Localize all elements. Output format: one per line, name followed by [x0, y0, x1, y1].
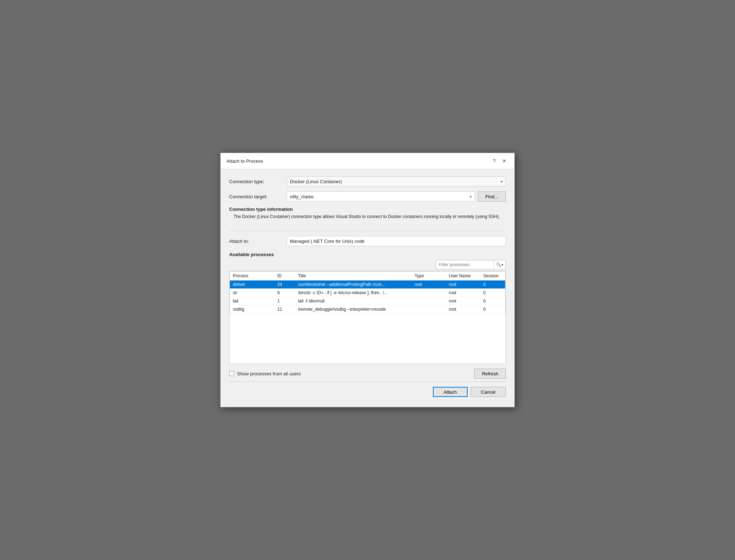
help-button[interactable]: ? — [490, 157, 499, 165]
cell-type — [412, 305, 446, 314]
filter-search-button[interactable]: 🔍 ▾ — [494, 260, 505, 269]
bottom-bar: Show processes from all users Refresh — [229, 364, 506, 380]
table-row[interactable]: vsdbg11/remote_debugger/vsdbg --interpre… — [230, 305, 505, 314]
cell-title: /usr/bin/dotnet --additionalProbingPath … — [295, 281, 412, 289]
col-header-process: Process — [230, 272, 274, 281]
close-button[interactable]: ✕ — [500, 157, 509, 165]
cell-user_name: root — [446, 305, 480, 314]
connection-target-row: Connection target: nifty_clarke ▾ Find..… — [229, 191, 506, 202]
title-bar: Attach to Process ? ✕ — [221, 153, 514, 169]
separator-1 — [229, 231, 506, 231]
dialog-body: Connection type: Docker (Linux Container… — [221, 169, 514, 407]
cell-title: tail -f /dev/null — [295, 297, 412, 305]
show-all-checkbox[interactable] — [229, 371, 234, 376]
cell-id: 24 — [274, 281, 295, 289]
filter-processes-input[interactable] — [436, 262, 494, 267]
process-table-container: Process ID Title Type User Name Session … — [229, 271, 506, 364]
available-processes-title: Available processes — [229, 252, 506, 257]
table-row[interactable]: dotnet24/usr/bin/dotnet --additionalProb… — [230, 281, 505, 289]
cell-session: 0 — [480, 281, 505, 289]
cell-session: 0 — [480, 305, 505, 314]
attach-to-field: Managed (.NET Core for Unix) code — [287, 236, 506, 246]
cell-process: tail — [230, 297, 274, 305]
cell-user_name: root — [446, 297, 480, 305]
connection-type-row: Connection type: Docker (Linux Container… — [229, 176, 506, 186]
find-button[interactable]: Find... — [478, 191, 506, 202]
cell-user_name: root — [446, 289, 480, 297]
table-row[interactable]: tail1tail -f /dev/nullroot0 — [230, 297, 505, 305]
cell-id: 6 — [274, 289, 295, 297]
cell-process: dotnet — [230, 281, 274, 289]
col-header-title: Title — [295, 272, 412, 281]
info-title: Connection type information — [229, 207, 506, 212]
table-row[interactable]: sh6/bin/sh -c ID=.; if [ -e /etc/os-rele… — [230, 289, 505, 297]
col-header-id: ID — [274, 272, 295, 281]
cell-type — [412, 297, 446, 305]
cell-process: vsdbg — [230, 305, 274, 314]
col-header-session: Session — [480, 272, 505, 281]
info-text: The Docker (Linux Container) connection … — [229, 213, 506, 220]
connection-target-dropdown[interactable]: nifty_clarke ▾ — [287, 191, 475, 202]
dialog-title: Attach to Process — [226, 158, 263, 164]
table-header-row: Process ID Title Type User Name Session — [230, 272, 505, 281]
process-table-header: Process ID Title Type User Name Session — [230, 272, 505, 281]
attach-button[interactable]: Attach — [433, 387, 468, 397]
filter-dropdown-arrow: ▾ — [501, 263, 503, 267]
chevron-down-icon: ▾ — [501, 180, 503, 184]
action-buttons: Attach Cancel — [229, 381, 506, 400]
connection-target-control-wrap: nifty_clarke ▾ Find... — [287, 191, 506, 202]
cell-session: 0 — [480, 289, 505, 297]
connection-type-value: Docker (Linux Container) — [290, 179, 342, 184]
connection-type-dropdown[interactable]: Docker (Linux Container) ▾ — [287, 176, 506, 186]
show-all-label: Show processes from all users — [237, 371, 301, 376]
attach-to-process-dialog: Attach to Process ? ✕ Connection type: D… — [220, 153, 515, 407]
cell-user_name: root — [446, 281, 480, 289]
attach-to-row: Attach to: Managed (.NET Core for Unix) … — [229, 236, 506, 246]
cell-title: /bin/sh -c ID=.; if [ -e /etc/os-release… — [295, 289, 412, 297]
cell-title: /remote_debugger/vsdbg --interpreter=vsc… — [295, 305, 412, 314]
cell-id: 11 — [274, 305, 295, 314]
cell-id: 1 — [274, 297, 295, 305]
refresh-button[interactable]: Refresh — [474, 369, 506, 379]
attach-to-value: Managed (.NET Core for Unix) code — [290, 239, 365, 244]
show-all-wrap: Show processes from all users — [229, 371, 301, 376]
col-header-user: User Name — [446, 272, 480, 281]
process-table-body: dotnet24/usr/bin/dotnet --additionalProb… — [230, 281, 505, 314]
cancel-button[interactable]: Cancel — [471, 387, 506, 397]
cell-type: root — [412, 281, 446, 289]
cell-session: 0 — [480, 297, 505, 305]
connection-target-value: nifty_clarke — [290, 194, 314, 199]
chevron-down-icon-2: ▾ — [470, 195, 472, 199]
cell-process: sh — [230, 289, 274, 297]
col-header-type: Type — [412, 272, 446, 281]
search-icon: 🔍 — [496, 262, 501, 267]
attach-to-label: Attach to: — [229, 239, 287, 244]
connection-target-label: Connection target: — [229, 194, 287, 199]
info-section: Connection type information The Docker (… — [229, 207, 506, 223]
connection-type-label: Connection type: — [229, 179, 287, 184]
title-bar-buttons: ? ✕ — [490, 157, 509, 165]
filter-input-wrap: 🔍 ▾ — [436, 260, 506, 269]
filter-row: 🔍 ▾ — [229, 260, 506, 269]
process-table: Process ID Title Type User Name Session … — [230, 271, 505, 314]
connection-type-control-wrap: Docker (Linux Container) ▾ — [287, 176, 506, 186]
cell-type — [412, 289, 446, 297]
